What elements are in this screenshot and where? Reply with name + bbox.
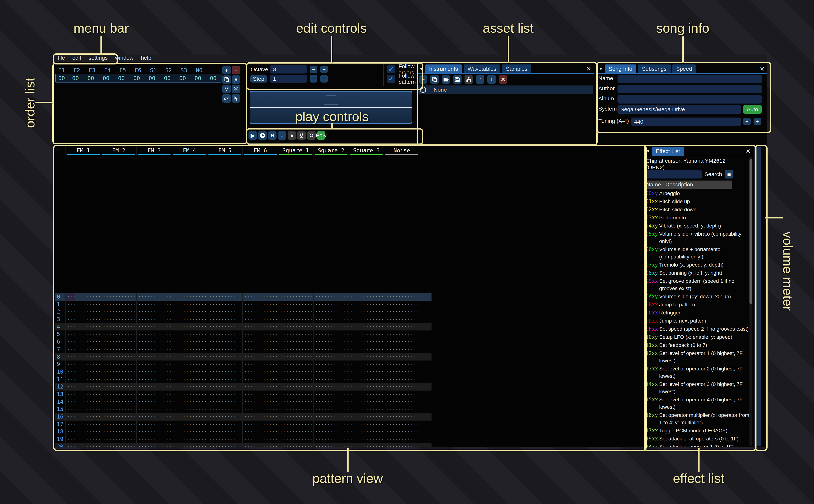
pattern-cell[interactable]: ··········· bbox=[65, 376, 101, 383]
pattern-cell[interactable]: ··········· bbox=[207, 323, 242, 331]
pattern-cell[interactable]: ··········· bbox=[136, 443, 172, 447]
pattern-cell[interactable]: ··········· bbox=[101, 338, 136, 346]
pattern-cell[interactable]: ··········· bbox=[136, 368, 172, 376]
pattern-channel-header[interactable]: Square 3 bbox=[348, 146, 384, 156]
metronome-icon[interactable] bbox=[297, 131, 306, 140]
tree-icon[interactable] bbox=[465, 75, 473, 84]
panel-splitter[interactable] bbox=[754, 146, 755, 447]
pattern-cell[interactable]: ··········· bbox=[384, 435, 420, 443]
pattern-cell[interactable]: ··········· bbox=[136, 383, 172, 391]
pattern-cell[interactable]: ··········· bbox=[313, 338, 348, 346]
pattern-cell[interactable]: ··········· bbox=[207, 346, 242, 353]
collapse-icon[interactable]: ▼ bbox=[599, 66, 603, 71]
pattern-row[interactable]: 8 ··········· ··········· ··········· ··… bbox=[55, 353, 432, 361]
pattern-cell[interactable]: ··········· bbox=[172, 361, 207, 368]
pattern-cell[interactable]: ··········· bbox=[207, 316, 242, 323]
effect-row[interactable]: 02xx Pitch slide down bbox=[646, 206, 753, 213]
effect-row[interactable]: 0Dxx Jump to next pattern bbox=[646, 317, 753, 325]
pattern-cell[interactable]: ··········· bbox=[172, 428, 207, 435]
effect-row[interactable]: 04xy Vibrato (x: speed; y: depth) bbox=[646, 222, 753, 230]
effect-row[interactable]: 0Cxx Retrigger bbox=[646, 309, 753, 316]
pattern-cell[interactable]: ··········· bbox=[172, 346, 207, 353]
pattern-channel-header[interactable]: Square 2 bbox=[313, 146, 348, 156]
pattern-cell[interactable]: ··········· bbox=[242, 301, 278, 308]
order-row-selected[interactable]: 00 00000000000000000000 bbox=[55, 74, 222, 83]
move-up-icon[interactable]: ∧ bbox=[232, 75, 240, 84]
pattern-cell[interactable]: ··········· bbox=[136, 308, 172, 316]
open-icon[interactable] bbox=[442, 75, 450, 84]
pattern-cell[interactable]: ··········· bbox=[65, 421, 101, 428]
remove-icon[interactable]: − bbox=[232, 66, 240, 74]
pattern-cell[interactable]: ··········· bbox=[278, 428, 313, 435]
pattern-channel-header[interactable]: FM 4 bbox=[172, 146, 207, 156]
pattern-channel-header[interactable]: FM 2 bbox=[101, 146, 136, 156]
pattern-cell[interactable]: ··········· bbox=[242, 330, 278, 338]
pattern-cell[interactable]: ··········· bbox=[172, 421, 207, 428]
pattern-cell[interactable]: ··········· bbox=[65, 368, 101, 376]
pattern-cell[interactable]: ··········· bbox=[384, 383, 420, 391]
song-info-tab[interactable]: Subsongs bbox=[638, 64, 670, 73]
effect-row[interactable]: 12xx Set level of operator 1 (0 highest,… bbox=[646, 350, 753, 364]
effect-row[interactable]: 15xx Set level of operator 4 (0 highest,… bbox=[646, 396, 753, 411]
pattern-cell[interactable]: ··········· bbox=[348, 338, 384, 346]
octave-increase-button[interactable]: + bbox=[320, 66, 328, 73]
pattern-cell[interactable]: ··········· bbox=[242, 293, 278, 301]
pattern-cell[interactable]: ··········· bbox=[242, 361, 278, 368]
effect-row[interactable]: 13xx Set level of operator 2 (0 highest,… bbox=[646, 365, 753, 380]
order-cell[interactable]: 00 bbox=[68, 75, 83, 81]
pattern-cell[interactable]: ··········· bbox=[348, 368, 384, 376]
order-cell[interactable]: 00 bbox=[129, 75, 144, 81]
pattern-row[interactable]: 2 ··········· ··········· ··········· ··… bbox=[55, 308, 432, 316]
pattern-cell[interactable]: ··········· bbox=[242, 316, 278, 323]
pattern-cell[interactable]: ··········· bbox=[65, 398, 101, 406]
pattern-cell[interactable]: ··········· bbox=[136, 413, 172, 421]
song-info-tab[interactable]: Song Info bbox=[605, 64, 636, 73]
pattern-cell[interactable]: ··········· bbox=[207, 301, 242, 308]
pattern-cell[interactable]: ··········· bbox=[65, 361, 101, 368]
pattern-cell[interactable]: ··········· bbox=[348, 361, 384, 368]
pattern-row[interactable]: 1 ··········· ··········· ··········· ··… bbox=[55, 301, 432, 308]
pattern-cell[interactable]: ··········· bbox=[278, 391, 313, 398]
pattern-cell[interactable]: ··········· bbox=[384, 308, 420, 316]
album-input[interactable] bbox=[618, 95, 762, 104]
save-icon[interactable] bbox=[453, 75, 462, 84]
duplicate-icon[interactable] bbox=[430, 75, 439, 84]
pattern-cell[interactable]: ··········· bbox=[101, 353, 136, 361]
order-channel-header[interactable]: F4 bbox=[100, 67, 115, 74]
tuning-increase-button[interactable]: + bbox=[754, 118, 761, 125]
pattern-cell[interactable]: ··········· bbox=[101, 346, 136, 353]
system-input[interactable]: Sega Genesis/Mega Drive bbox=[618, 105, 741, 114]
pattern-cell[interactable]: ··········· bbox=[207, 368, 242, 376]
pattern-cell[interactable]: ··········· bbox=[313, 435, 348, 443]
pattern-row[interactable]: 11 ··········· ··········· ··········· ·… bbox=[55, 376, 432, 383]
pattern-cell[interactable]: ··········· bbox=[172, 293, 207, 301]
song-info-tab[interactable]: Speed bbox=[672, 64, 696, 73]
pattern-cell[interactable]: ··········· bbox=[207, 443, 242, 447]
pattern-cell[interactable]: ··········· bbox=[348, 405, 384, 413]
pattern-row[interactable]: 5 ··········· ··········· ··········· ··… bbox=[55, 330, 432, 338]
pattern-row[interactable]: 13 ··········· ··········· ··········· ·… bbox=[55, 391, 432, 398]
duplicate-icon[interactable] bbox=[222, 75, 231, 84]
pattern-cell[interactable]: ··········· bbox=[313, 330, 348, 338]
search-input[interactable] bbox=[646, 170, 702, 179]
play-icon[interactable]: ▶ bbox=[248, 131, 257, 140]
pattern-cell[interactable]: ··········· bbox=[65, 405, 101, 413]
pattern-cell[interactable]: ··········· bbox=[136, 323, 172, 331]
pattern-cell[interactable]: ··········· bbox=[384, 368, 420, 376]
order-channel-header[interactable]: S1 bbox=[146, 67, 161, 74]
play-row-icon[interactable] bbox=[268, 131, 276, 140]
pattern-cell[interactable]: ··········· bbox=[348, 323, 384, 331]
pattern-channel-header[interactable]: FM 3 bbox=[136, 146, 172, 156]
pattern-row[interactable]: 17 ··········· ··········· ··········· ·… bbox=[55, 421, 432, 428]
effect-row[interactable]: 07xy Tremolo (x: speed; y: depth) bbox=[646, 261, 753, 269]
order-channel-header[interactable]: NO bbox=[191, 67, 207, 74]
pattern-cell[interactable]: ··········· bbox=[348, 353, 384, 361]
pattern-cell[interactable]: ··········· bbox=[278, 443, 313, 447]
poly-toggle-button[interactable]: Poly bbox=[317, 131, 325, 140]
pattern-cell[interactable]: ··········· bbox=[207, 421, 242, 428]
pattern-cell[interactable]: ··········· bbox=[313, 316, 348, 323]
pattern-cell[interactable]: ··········· bbox=[65, 308, 101, 316]
order-channel-header[interactable]: F5 bbox=[115, 67, 130, 74]
pattern-row[interactable]: 14 ··········· ··········· ··········· ·… bbox=[55, 398, 432, 406]
pattern-cell[interactable]: ··········· bbox=[278, 413, 313, 421]
